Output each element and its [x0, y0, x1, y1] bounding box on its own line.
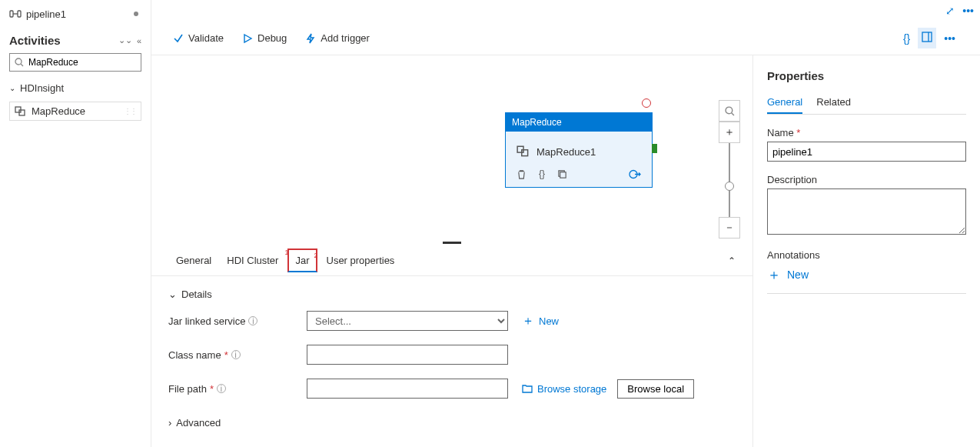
search-input-wrapper[interactable]	[9, 53, 141, 72]
pipeline-icon	[9, 8, 22, 19]
props-tab-general[interactable]: General	[767, 92, 802, 114]
new-linked-service-button[interactable]: ＋New	[522, 313, 559, 329]
advanced-section-toggle[interactable]: › Advanced	[168, 412, 736, 439]
collapse-panel-icon[interactable]: «	[137, 36, 141, 45]
file-path-input[interactable]	[307, 379, 508, 399]
svg-rect-5	[922, 32, 932, 42]
tab-jar[interactable]: Jar 2	[287, 249, 317, 272]
zoom-slider[interactable]	[729, 143, 730, 217]
error-count-badge: 2	[314, 252, 317, 259]
node-header: MapReduce	[506, 113, 652, 132]
expand-icon[interactable]: ⤢	[945, 5, 955, 17]
name-input[interactable]	[767, 142, 966, 162]
jar-linked-service-select[interactable]: Select...	[307, 311, 508, 331]
details-section-toggle[interactable]: ⌄ Details	[168, 284, 736, 311]
description-textarea[interactable]	[767, 188, 966, 235]
node-name-label: MapReduce1	[537, 146, 596, 158]
annotations-label: Annotations	[767, 249, 966, 261]
activity-label: MapReduce	[32, 105, 85, 117]
code-view-icon[interactable]: {}	[900, 29, 913, 48]
description-field-label: Description	[767, 174, 966, 185]
folder-icon	[522, 384, 533, 393]
info-icon[interactable]: i	[217, 384, 226, 393]
name-field-label: Name *	[767, 127, 966, 138]
properties-toggle-icon[interactable]	[918, 28, 936, 48]
success-connector[interactable]	[652, 144, 657, 153]
toolbar-more-icon[interactable]: •••	[941, 29, 958, 48]
tab-user-properties[interactable]: User properties	[319, 247, 403, 274]
category-hdinsight[interactable]: ⌄ HDInsight	[0, 78, 151, 98]
validate-button[interactable]: Validate	[173, 32, 224, 44]
browse-local-button[interactable]: Browse local	[617, 379, 694, 399]
chevron-down-icon: ⌄	[9, 84, 15, 92]
add-trigger-button[interactable]: Add trigger	[305, 32, 370, 44]
svg-point-10	[726, 107, 733, 114]
class-name-input[interactable]	[307, 345, 508, 365]
lightning-icon	[305, 33, 316, 44]
search-input[interactable]	[28, 57, 136, 68]
collapse-all-icon[interactable]: ⌄⌄	[118, 35, 132, 45]
unsaved-dot-icon	[134, 12, 138, 16]
properties-heading: Properties	[767, 69, 966, 82]
class-name-label: Class name * i	[168, 349, 307, 361]
node-code-icon[interactable]: {}	[539, 168, 545, 179]
copy-icon[interactable]	[557, 169, 567, 179]
tab-hdi-cluster[interactable]: HDI Cluster 1	[219, 247, 286, 274]
collapse-panel-icon[interactable]: ⌃	[728, 255, 736, 266]
info-icon[interactable]: i	[231, 350, 241, 359]
play-icon	[242, 33, 253, 44]
new-annotation-button[interactable]: ＋New	[767, 265, 966, 284]
browse-storage-button[interactable]: Browse storage	[522, 383, 606, 395]
svg-rect-8	[560, 172, 566, 177]
mapreduce-icon	[15, 106, 27, 117]
jar-linked-service-label: Jar linked service i	[168, 315, 307, 327]
chevron-down-icon: ⌄	[168, 289, 177, 300]
activities-heading: Activities	[9, 34, 118, 47]
file-path-label: File path * i	[168, 383, 307, 395]
debug-button[interactable]: Debug	[242, 32, 287, 44]
zoom-out-button[interactable]: －	[719, 217, 740, 239]
props-tab-related[interactable]: Related	[816, 92, 851, 114]
grip-icon: ⋮⋮	[124, 107, 136, 115]
search-icon	[15, 58, 24, 67]
info-icon[interactable]: i	[248, 316, 257, 325]
run-icon[interactable]	[629, 169, 641, 179]
validation-error-icon	[642, 98, 651, 108]
category-label: HDInsight	[20, 82, 64, 94]
mapreduce-icon	[517, 145, 530, 158]
svg-rect-1	[18, 11, 21, 17]
delete-icon[interactable]	[517, 169, 527, 179]
tab-general[interactable]: General	[168, 247, 219, 274]
pipeline-tab[interactable]: pipeline1	[0, 0, 151, 28]
more-icon[interactable]: •••	[962, 5, 974, 17]
check-icon	[173, 33, 184, 44]
pipeline-canvas[interactable]: MapReduce MapReduce1 {}	[151, 55, 752, 447]
pipeline-name: pipeline1	[26, 8, 134, 20]
chevron-right-icon: ›	[168, 417, 171, 429]
zoom-search-icon[interactable]	[719, 100, 740, 122]
activity-mapreduce[interactable]: MapReduce ⋮⋮	[9, 102, 141, 121]
svg-point-2	[15, 58, 22, 65]
zoom-in-button[interactable]: ＋	[719, 122, 740, 143]
activity-node[interactable]: MapReduce MapReduce1 {}	[505, 112, 653, 188]
svg-rect-0	[10, 11, 13, 17]
